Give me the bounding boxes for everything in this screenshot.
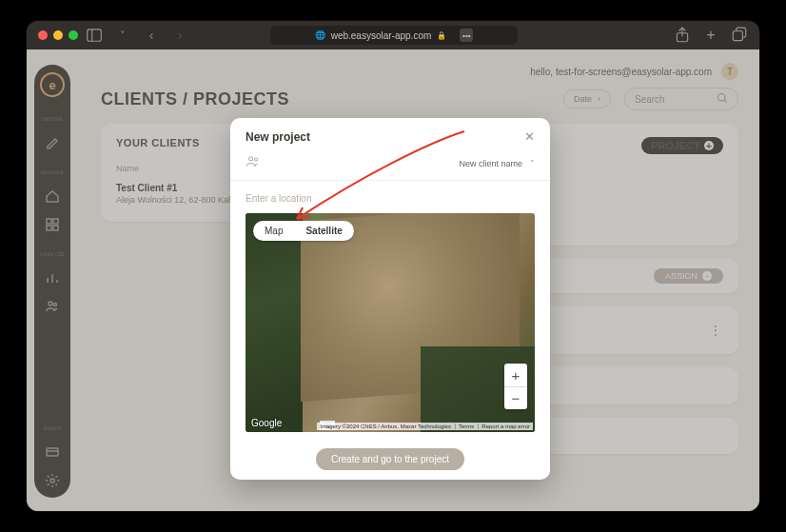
minimize-window-icon[interactable] (53, 30, 63, 40)
dropdown-icon[interactable]: ˅ (114, 27, 131, 44)
modal-title: New project (246, 130, 310, 144)
close-icon[interactable]: ✕ (524, 129, 535, 144)
map-attribution: Imagery ©2024 CNES / Airbus, Maxar Techn… (317, 423, 533, 430)
map[interactable]: Map Satellite + − Google ⌨ Imagery ©2024… (246, 213, 535, 432)
people-icon (246, 155, 261, 172)
browser-topbar: ˅ ‹ › 🌐 web.easysolar-app.com 🔒 ••• + (27, 21, 759, 49)
satellite-tab[interactable]: Satellite (294, 221, 353, 241)
report-link[interactable]: Report a map error (478, 424, 530, 429)
share-icon[interactable] (674, 27, 691, 44)
google-logo: Google (251, 418, 282, 428)
svg-rect-0 (88, 30, 102, 41)
sidebar-toggle-icon[interactable] (86, 27, 103, 44)
address-bar[interactable]: 🌐 web.easysolar-app.com 🔒 ••• (270, 26, 518, 45)
new-tab-icon[interactable]: + (702, 27, 719, 44)
lock-icon: 🔒 (437, 31, 446, 40)
map-type-toggle: Map Satellite (253, 221, 354, 241)
location-input[interactable] (246, 193, 535, 204)
svg-point-16 (255, 158, 258, 161)
window-controls (38, 30, 78, 40)
new-project-modal: New project ✕ New client name ˅ Map Sate… (230, 118, 550, 480)
forward-icon[interactable]: › (171, 27, 188, 44)
svg-rect-3 (733, 31, 742, 41)
zoom-control: + − (504, 364, 527, 409)
zoom-in-button[interactable]: + (504, 364, 527, 386)
zoom-out-button[interactable]: − (504, 386, 527, 409)
terms-link[interactable]: Terms (455, 424, 474, 429)
tabs-icon[interactable] (731, 27, 748, 44)
reader-icon[interactable]: ••• (460, 29, 473, 42)
maximize-window-icon[interactable] (69, 30, 78, 40)
globe-icon: 🌐 (315, 30, 325, 40)
client-selector-row[interactable]: New client name ˅ (230, 151, 550, 181)
back-icon[interactable]: ‹ (143, 27, 160, 44)
close-window-icon[interactable] (38, 30, 48, 40)
url-text: web.easysolar-app.com (331, 30, 432, 41)
map-tab[interactable]: Map (253, 221, 294, 241)
svg-point-15 (249, 157, 253, 161)
browser-window: ˅ ‹ › 🌐 web.easysolar-app.com 🔒 ••• + e … (27, 21, 759, 511)
location-input-row (230, 181, 550, 213)
new-client-label: New client name (459, 159, 522, 168)
app-content: e DESIGN MANAGE ANALYZE ADMIN hello, tes… (27, 49, 759, 511)
chevron-down-icon: ˅ (530, 159, 535, 168)
create-project-button[interactable]: Create and go to the project (316, 448, 464, 470)
